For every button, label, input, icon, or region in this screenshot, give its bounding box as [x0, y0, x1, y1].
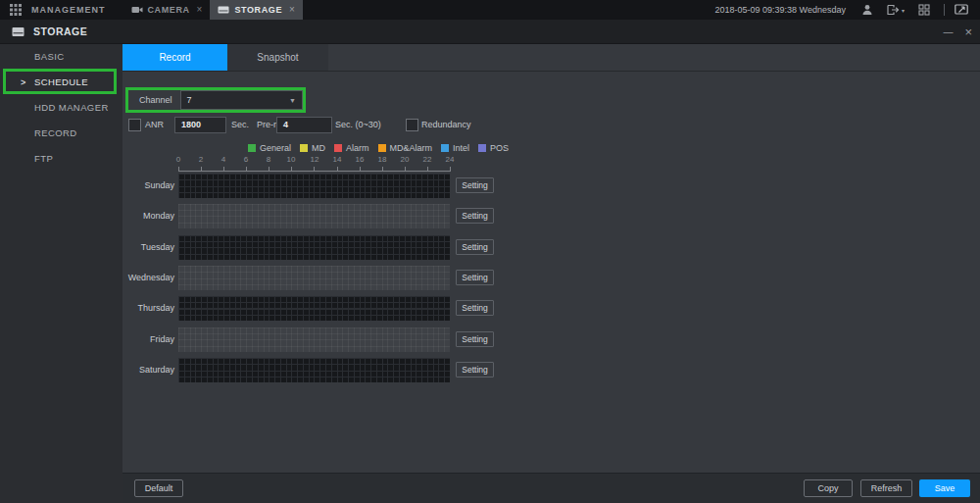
day-label-monday: Monday	[127, 204, 174, 228]
tab-storage-close-icon[interactable]: ×	[289, 5, 295, 15]
sidebar-item-hdd-manager[interactable]: HDD MANAGER	[0, 95, 122, 121]
hour-scale: 0 2 4 6 8 10 12 14 16 18 20 22 24	[178, 155, 451, 165]
tab-camera-close-icon[interactable]: ×	[197, 5, 203, 15]
schedule-timeline-tuesday[interactable]	[178, 235, 450, 260]
prerecord-input[interactable]: 4	[276, 117, 332, 133]
day-label-tuesday: Tuesday	[127, 235, 174, 260]
top-bar-divider	[944, 4, 945, 16]
hour-tick-label: 12	[311, 155, 319, 164]
logout-caret-icon: ▾	[902, 7, 905, 14]
day-label-sunday: Sunday	[127, 174, 174, 198]
day-label-wednesday: Wednesday	[127, 266, 174, 290]
minimize-icon[interactable]: —	[943, 26, 953, 37]
channel-dropdown[interactable]: 7 ▼	[180, 90, 303, 110]
legend-swatch-pos	[478, 144, 486, 152]
channel-label: Channel	[139, 95, 172, 105]
tab-storage[interactable]: STORAGE ×	[210, 0, 302, 20]
anr-checkbox[interactable]	[128, 119, 141, 131]
setting-button-tuesday[interactable]: Setting	[456, 239, 494, 255]
camera-icon	[131, 5, 143, 15]
schedule-timeline-thursday[interactable]	[178, 296, 450, 321]
setting-button-thursday[interactable]: Setting	[456, 300, 494, 316]
legend-item-md: MD	[300, 143, 325, 153]
tab-snapshot[interactable]: Snapshot	[227, 44, 328, 71]
hour-axis-ticks	[178, 167, 451, 172]
sidebar-item-basic[interactable]: BASIC	[0, 44, 122, 70]
legend-item-alarm: Alarm	[334, 143, 369, 153]
footer-bar: Default Copy Refresh Save	[122, 473, 980, 503]
management-label[interactable]: MANAGEMENT	[31, 5, 106, 15]
schedule-row-monday: Monday Setting	[127, 204, 494, 228]
top-bar-right: 2018-05-09 09:39:38 Wednesday ▾	[715, 4, 980, 16]
storage-title-icon	[12, 26, 24, 37]
save-button[interactable]: Save	[919, 479, 970, 497]
channel-value: 7	[187, 95, 192, 105]
schedule-row-sunday: Sunday Setting	[127, 174, 494, 198]
logout-icon[interactable]: ▾	[887, 4, 905, 16]
screen-layout-icon[interactable]	[918, 4, 930, 16]
app-window: MANAGEMENT CAMERA × STORAGE × 2018-05-09…	[0, 0, 980, 503]
prerecord-unit-label: Sec. (0~30)	[335, 117, 381, 133]
main-content: Record Snapshot Channel 7 ▼ ANR 1800 Sec…	[122, 44, 980, 473]
refresh-button[interactable]: Refresh	[860, 479, 912, 497]
hour-tick-label: 6	[244, 155, 248, 164]
anr-unit-label: Sec.	[231, 117, 249, 133]
legend-label-pos: POS	[490, 143, 509, 153]
sidebar-item-record-label: RECORD	[34, 127, 77, 138]
schedule-row-tuesday: Tuesday Setting	[127, 235, 494, 260]
top-bar: MANAGEMENT CAMERA × STORAGE × 2018-05-09…	[0, 0, 980, 20]
record-options-row: ANR 1800 Sec. Pre-record 4 Sec. (0~30) R…	[122, 117, 980, 133]
tab-camera[interactable]: CAMERA ×	[123, 0, 211, 20]
sidebar-item-record[interactable]: RECORD	[0, 121, 122, 146]
hour-tick-label: 20	[401, 155, 410, 164]
default-button[interactable]: Default	[134, 479, 183, 497]
anr-input[interactable]: 1800	[174, 117, 226, 133]
schedule-timeline-monday[interactable]	[178, 204, 450, 228]
tab-record[interactable]: Record	[122, 44, 227, 71]
setting-button-wednesday[interactable]: Setting	[456, 270, 494, 285]
chevron-down-icon: ▼	[289, 97, 296, 104]
chevron-right-icon: >	[21, 70, 26, 95]
day-label-friday: Friday	[127, 327, 174, 352]
hour-tick-label: 24	[446, 155, 455, 164]
setting-button-sunday[interactable]: Setting	[456, 177, 494, 193]
schedule-timeline-saturday[interactable]	[178, 358, 450, 382]
copy-button[interactable]: Copy	[804, 479, 853, 497]
schedule-row-thursday: Thursday Setting	[127, 296, 494, 321]
schedule-grid: Sunday Setting Monday Setting Tuesday Se…	[127, 174, 500, 383]
redundancy-checkbox[interactable]	[406, 119, 418, 131]
window-title-bar: STORAGE — ×	[0, 20, 980, 44]
tab-storage-label: STORAGE	[234, 5, 282, 15]
close-icon[interactable]: ×	[964, 25, 972, 39]
setting-button-friday[interactable]: Setting	[456, 331, 494, 347]
schedule-timeline-wednesday[interactable]	[178, 266, 450, 290]
day-label-saturday: Saturday	[127, 358, 174, 382]
legend-label-md: MD	[312, 143, 325, 153]
hour-tick-label: 0	[176, 155, 180, 164]
legend-item-intel: Intel	[441, 143, 469, 153]
hour-tick-label: 16	[356, 155, 365, 164]
tab-snapshot-label: Snapshot	[257, 52, 298, 63]
tabs-divider	[122, 71, 980, 72]
hour-tick-label: 22	[423, 155, 432, 164]
legend-label-intel: Intel	[453, 143, 469, 153]
setting-button-monday[interactable]: Setting	[456, 208, 494, 224]
sidebar-item-ftp-label: FTP	[34, 153, 53, 164]
redundancy-label: Redundancy	[421, 117, 471, 133]
legend-label-general: General	[260, 143, 291, 153]
sidebar-item-ftp[interactable]: FTP	[0, 146, 122, 172]
setting-button-saturday[interactable]: Setting	[456, 362, 494, 377]
page-title: STORAGE	[33, 25, 87, 37]
monitor-icon[interactable]	[955, 4, 968, 16]
hour-tick-label: 8	[267, 155, 270, 164]
tab-record-label: Record	[159, 52, 190, 63]
user-icon[interactable]	[861, 4, 873, 16]
legend-swatch-intel	[441, 144, 449, 152]
hour-tick-label: 10	[287, 155, 296, 164]
sidebar-item-schedule[interactable]: > SCHEDULE	[0, 70, 122, 95]
schedule-timeline-friday[interactable]	[178, 327, 450, 352]
schedule-timeline-sunday[interactable]	[178, 174, 450, 198]
app-grid-icon[interactable]	[10, 4, 22, 16]
legend-swatch-md-alarm	[378, 144, 386, 152]
hour-tick-label: 18	[378, 155, 387, 164]
